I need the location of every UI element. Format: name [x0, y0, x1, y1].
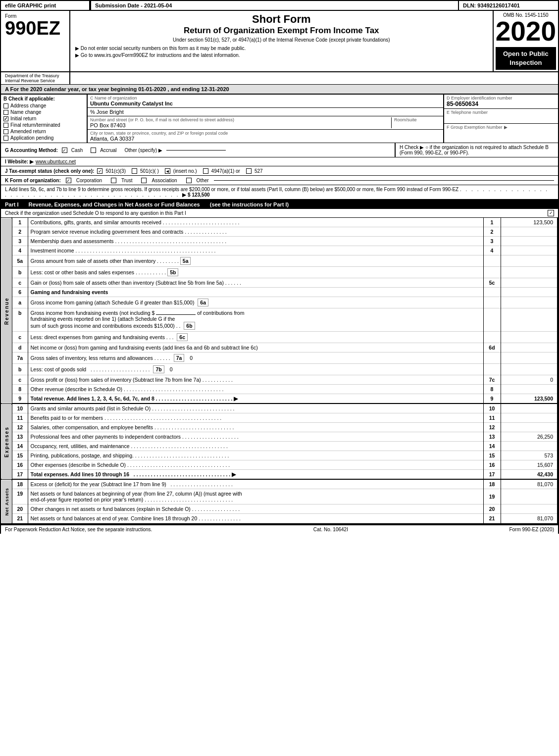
- val-7a-inner: 0: [190, 355, 193, 361]
- k-other-value[interactable]: [214, 180, 554, 181]
- row-num-5b: b: [12, 267, 28, 278]
- table-row: 11 Benefits paid to or for members . . .…: [1, 413, 558, 423]
- table-row: Net Assets 18 Excess or (deficit) for th…: [1, 480, 558, 489]
- row-label-11: 11: [483, 413, 501, 423]
- l-value: ▶ $ 123,500: [182, 192, 209, 198]
- cb-address-change[interactable]: [3, 103, 8, 108]
- row-val-6b: [501, 308, 558, 332]
- cb-final-return-label: Final return/terminated: [10, 122, 60, 128]
- checkbox-address-change[interactable]: Address change: [3, 103, 84, 108]
- j-501c3-cb[interactable]: ✓: [97, 168, 102, 174]
- schedule-o-cb[interactable]: ✓: [548, 210, 554, 216]
- row-num-9: 9: [12, 394, 28, 404]
- table-row: 17 Total expenses. Add lines 10 through …: [1, 470, 558, 480]
- cb-name-change[interactable]: [3, 110, 8, 115]
- cb-initial-return[interactable]: [3, 116, 8, 121]
- row-label-6: [483, 288, 501, 297]
- cb-app-pending[interactable]: [3, 136, 8, 141]
- row-label-5c: 5c: [483, 278, 501, 288]
- checkbox-name-change[interactable]: Name change: [3, 109, 84, 115]
- table-row: 15 Printing, publications, postage, and …: [1, 451, 558, 460]
- row-val-3: [501, 237, 558, 246]
- j-501c-cb[interactable]: [132, 168, 137, 174]
- row-val-5a: [501, 255, 558, 267]
- row-label-12: 12: [483, 423, 501, 432]
- row-num-19: 19: [12, 489, 28, 504]
- table-row: d Net income or (loss) from gaming and f…: [1, 343, 558, 353]
- row-desc-21: Net assets or fund balances at end of ye…: [28, 514, 483, 523]
- ein-value: 85-0650634: [447, 101, 556, 107]
- section-k-row: K Form of organization: ✓ Corporation Tr…: [0, 176, 559, 185]
- g-other-value[interactable]: [166, 150, 226, 151]
- box-5a: 5a: [180, 257, 191, 265]
- revenue-section: Revenue 1 Contributions, gifts, grants, …: [0, 218, 559, 404]
- row-val-1: 123,500: [501, 218, 558, 227]
- box-6a: 6a: [198, 299, 208, 306]
- row-desc-18: Excess or (deficit) for the year (Subtra…: [28, 480, 483, 489]
- g-accrual-cb[interactable]: [91, 147, 96, 153]
- checkbox-app-pending[interactable]: Application pending: [3, 135, 84, 141]
- table-row: Revenue 1 Contributions, gifts, grants, …: [1, 218, 558, 227]
- row-label-5a: [483, 255, 501, 267]
- row-desc-4: Investment income . . . . . . . . . . . …: [28, 246, 483, 255]
- row-label-6c: [483, 332, 501, 343]
- row-num-16: 16: [12, 460, 28, 470]
- row-label-21: 21: [483, 514, 501, 523]
- row-num-15: 15: [12, 451, 28, 460]
- form-id-block: Form 990EZ: [1, 11, 70, 71]
- table-row: 8 Other revenue (describe in Schedule O)…: [1, 385, 558, 394]
- k-corp-cb[interactable]: ✓: [66, 177, 71, 183]
- footer: For Paperwork Reduction Act Notice, see …: [0, 524, 559, 534]
- row-val-16: 15,607: [501, 460, 558, 470]
- checkbox-initial-return[interactable]: Initial return: [3, 116, 84, 121]
- checkbox-final-return[interactable]: Final return/terminated: [3, 122, 84, 128]
- efile-label: efile GRAPHIC print: [1, 1, 90, 10]
- table-row: 7a Gross sales of inventory, less return…: [1, 353, 558, 364]
- j-4947-label: 4947(a)(1) or: [211, 168, 240, 174]
- row-num-6d: d: [12, 343, 28, 353]
- checkboxes-list: Address change Name change Initial retur…: [3, 103, 84, 141]
- cb-final-return[interactable]: [3, 123, 8, 128]
- j-527-cb[interactable]: [246, 168, 252, 174]
- sub-title: Under section 501(c), 527, or 4947(a)(1)…: [75, 37, 488, 43]
- k-other-cb[interactable]: [186, 177, 192, 183]
- k-assoc-cb[interactable]: [141, 177, 147, 183]
- row-num-2: 2: [12, 227, 28, 237]
- room-label: Room/suite: [394, 117, 441, 122]
- k-trust-cb[interactable]: [111, 177, 116, 183]
- row-label-6a: [483, 297, 501, 308]
- row-label-10: 10: [483, 404, 501, 413]
- short-form-title: Short Form: [75, 13, 488, 26]
- expenses-section: Expenses 10 Grants and similar amounts p…: [0, 404, 559, 480]
- table-row: a Gross income from gaming (attach Sched…: [1, 297, 558, 308]
- k-other-label: Other: [197, 178, 209, 183]
- row-desc-16: Other expenses (describe in Schedule O) …: [28, 460, 483, 470]
- j-4947-cb[interactable]: [203, 168, 208, 174]
- dept-right: [70, 72, 558, 84]
- i-value[interactable]: www.ubuntucc.net: [36, 159, 76, 164]
- fundraising-blank[interactable]: [156, 314, 196, 315]
- k-assoc-label: Association: [152, 178, 177, 183]
- checkbox-amended[interactable]: Amended return: [3, 129, 84, 134]
- row-val-19: [501, 489, 558, 504]
- j-insert-cb[interactable]: ◄: [165, 168, 170, 174]
- g-cash-cb[interactable]: ✓: [62, 147, 67, 153]
- box-5b: 5b: [167, 268, 178, 276]
- cb-initial-return-label: Initial return: [10, 116, 36, 121]
- row-num-6: 6: [12, 288, 28, 297]
- row-desc-5c: Gain or (loss) from sale of assets other…: [28, 278, 483, 288]
- row-num-17: 17: [12, 470, 28, 480]
- row-label-5b: [483, 267, 501, 278]
- row-desc-2: Program service revenue including govern…: [28, 227, 483, 237]
- row-desc-20: Other changes in net assets or fund bala…: [28, 504, 483, 514]
- table-row: c Less: direct expenses from gaming and …: [1, 332, 558, 343]
- table-row: 3 Membership dues and assessments . . . …: [1, 237, 558, 246]
- row-num-4: 4: [12, 246, 28, 255]
- row-val-20: [501, 504, 558, 514]
- row-val-5c: [501, 278, 558, 288]
- row-desc-19: Net assets or fund balances at beginning…: [28, 489, 483, 504]
- row-desc-14: Occupancy, rent, utilities, and maintena…: [28, 442, 483, 451]
- net-assets-table: Net Assets 18 Excess or (deficit) for th…: [1, 480, 558, 523]
- cb-amended[interactable]: [3, 129, 8, 134]
- j-527-label: 527: [254, 168, 263, 174]
